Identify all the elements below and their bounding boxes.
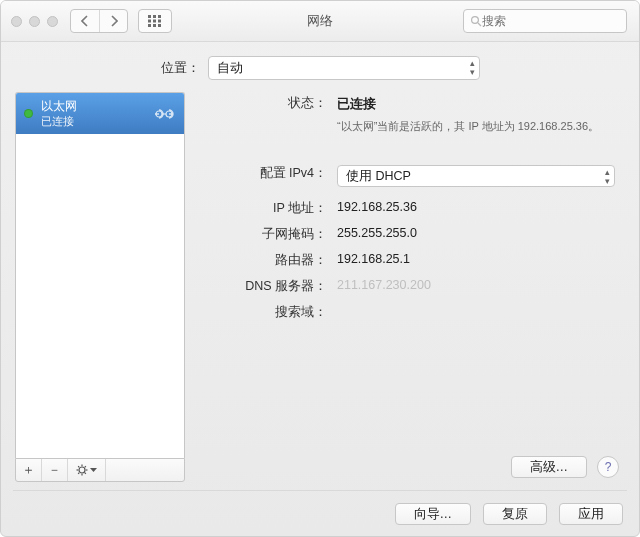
nav-segment <box>70 9 128 33</box>
dns-label: DNS 服务器： <box>197 275 337 295</box>
location-label: 位置： <box>161 60 200 77</box>
svg-line-19 <box>78 466 79 467</box>
ip-row: IP 地址： 192.168.25.36 <box>197 197 615 217</box>
status-row: 状态： 已连接 “以太网”当前是活跃的，其 IP 地址为 192.168.25.… <box>197 92 615 134</box>
search-field[interactable] <box>463 9 627 33</box>
service-item-text: 以太网 已连接 <box>41 99 144 128</box>
svg-line-21 <box>85 466 86 467</box>
config-ipv4-value: 使用 DHCP <box>346 168 411 185</box>
svg-point-14 <box>79 467 85 473</box>
config-ipv4-row: 配置 IPv4： 使用 DHCP ▴▾ <box>197 162 615 187</box>
svg-line-20 <box>85 473 86 474</box>
mask-label: 子网掩码： <box>197 223 337 243</box>
add-service-button[interactable]: ＋ <box>16 459 42 481</box>
titlebar: 网络 <box>1 1 639 42</box>
svg-rect-2 <box>158 15 161 18</box>
svg-point-9 <box>472 17 479 24</box>
minimize-icon[interactable] <box>29 16 40 27</box>
close-icon[interactable] <box>11 16 22 27</box>
svg-rect-4 <box>153 20 156 23</box>
location-value: 自动 <box>217 60 243 77</box>
search-icon <box>470 15 482 27</box>
advanced-row: 高级… ? <box>511 456 620 478</box>
search-domain-value <box>337 301 615 304</box>
chevron-updown-icon: ▴▾ <box>605 168 610 186</box>
svg-line-22 <box>78 473 79 474</box>
assist-button[interactable]: 向导… <box>395 503 472 525</box>
service-actions-button[interactable] <box>68 459 106 481</box>
mask-value: 255.255.255.0 <box>337 223 615 240</box>
advanced-button[interactable]: 高级… <box>511 456 588 478</box>
search-input[interactable] <box>482 14 632 28</box>
gear-icon <box>76 464 97 476</box>
bottom-buttons: 向导… 复原 应用 <box>1 491 639 525</box>
dns-row: DNS 服务器： 211.167.230.200 <box>197 275 615 295</box>
config-ipv4-popup[interactable]: 使用 DHCP ▴▾ <box>337 165 615 187</box>
router-label: 路由器： <box>197 249 337 269</box>
show-all-button[interactable] <box>138 9 172 33</box>
search-domain-row: 搜索域： <box>197 301 615 321</box>
status-value-block: 已连接 “以太网”当前是活跃的，其 IP 地址为 192.168.25.36。 <box>337 92 615 134</box>
service-item-status: 已连接 <box>41 114 144 128</box>
router-value: 192.168.25.1 <box>337 249 615 266</box>
svg-rect-7 <box>153 24 156 27</box>
toolbar-spacer <box>106 459 184 481</box>
svg-rect-3 <box>148 20 151 23</box>
service-list[interactable]: 以太网 已连接 <box>15 92 185 458</box>
back-button[interactable] <box>71 10 99 32</box>
minus-icon: － <box>48 461 61 479</box>
svg-rect-1 <box>153 15 156 18</box>
config-ipv4-label: 配置 IPv4： <box>197 162 337 182</box>
help-icon: ? <box>605 460 612 474</box>
search-domain-label: 搜索域： <box>197 301 337 321</box>
location-row: 位置： 自动 ▴▾ <box>1 42 639 92</box>
svg-rect-8 <box>158 24 161 27</box>
main-split: 以太网 已连接 ＋ － <box>1 92 639 490</box>
chevron-updown-icon: ▴▾ <box>470 59 475 77</box>
ip-label: IP 地址： <box>197 197 337 217</box>
status-dot-icon <box>24 109 33 118</box>
remove-service-button[interactable]: － <box>42 459 68 481</box>
status-label: 状态： <box>197 92 337 112</box>
ethernet-icon <box>152 105 176 123</box>
network-prefs-window: 网络 位置： 自动 ▴▾ 以太网 已连接 <box>0 0 640 537</box>
status-note: “以太网”当前是活跃的，其 IP 地址为 192.168.25.36。 <box>337 119 615 134</box>
service-toolbar: ＋ － <box>15 458 185 482</box>
svg-rect-0 <box>148 15 151 18</box>
sidebar: 以太网 已连接 ＋ － <box>15 92 185 482</box>
forward-button[interactable] <box>99 10 127 32</box>
help-button[interactable]: ? <box>597 456 619 478</box>
detail-pane: 状态： 已连接 “以太网”当前是活跃的，其 IP 地址为 192.168.25.… <box>197 92 625 482</box>
location-popup[interactable]: 自动 ▴▾ <box>208 56 480 80</box>
ip-value: 192.168.25.36 <box>337 197 615 214</box>
service-item-name: 以太网 <box>41 99 77 113</box>
svg-rect-6 <box>148 24 151 27</box>
zoom-icon[interactable] <box>47 16 58 27</box>
router-row: 路由器： 192.168.25.1 <box>197 249 615 269</box>
svg-rect-5 <box>158 20 161 23</box>
status-value: 已连接 <box>337 96 376 111</box>
service-item-ethernet[interactable]: 以太网 已连接 <box>16 93 184 134</box>
apply-button[interactable]: 应用 <box>559 503 623 525</box>
svg-line-10 <box>478 23 481 26</box>
plus-icon: ＋ <box>22 461 35 479</box>
mask-row: 子网掩码： 255.255.255.0 <box>197 223 615 243</box>
dns-value: 211.167.230.200 <box>337 275 615 292</box>
revert-button[interactable]: 复原 <box>483 503 547 525</box>
traffic-lights <box>11 16 58 27</box>
